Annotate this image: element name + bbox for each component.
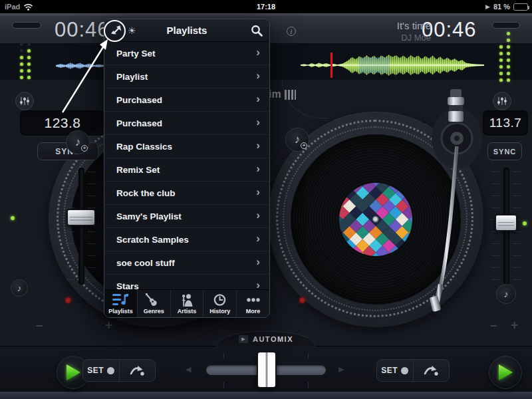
right-jump-cue-button[interactable]: [413, 360, 450, 381]
tab-genres[interactable]: Genres: [138, 290, 171, 317]
left-strobe-lamp: [65, 297, 71, 303]
music-note-icon: ♪: [295, 133, 301, 146]
right-pitch-bend-plus[interactable]: +: [511, 321, 518, 330]
algoriddim-logo: im: [269, 88, 296, 100]
left-pitch-bend-minus[interactable]: –: [36, 321, 43, 330]
playlist-row[interactable]: Playlist›: [104, 65, 269, 88]
right-pitch-fader[interactable]: [495, 214, 517, 231]
crossfader-left-arrow-icon: ◀: [186, 365, 191, 374]
playlist-name: Rock the club: [116, 188, 256, 198]
chevron-right-icon: ›: [256, 116, 260, 129]
left-pitch-slider[interactable]: [78, 168, 84, 285]
plus-badge-icon: +: [301, 142, 307, 149]
chevron-right-icon: ›: [256, 255, 260, 269]
chevron-right-icon: ›: [256, 186, 260, 199]
search-icon[interactable]: [251, 25, 263, 37]
right-load-track-button[interactable]: ♪ +: [285, 128, 309, 152]
chevron-right-icon: ›: [256, 162, 260, 176]
crossfader-tick: [223, 353, 224, 359]
left-jump-cue-button[interactable]: [119, 360, 156, 381]
right-vu-meter: [499, 32, 510, 82]
tonearm: [409, 85, 509, 325]
annotation-arrow: [53, 33, 120, 120]
left-keylock-button[interactable]: ♪: [11, 279, 28, 297]
playlist-row[interactable]: Rap Classics›: [104, 135, 269, 158]
left-cue-group: SET: [82, 359, 156, 382]
playlist-name: soe cool stuff: [116, 258, 256, 268]
playlist-row[interactable]: Samy's Playlist›: [104, 205, 269, 228]
status-bar: iPad 17:18 ▶ 81 %: [0, 0, 532, 13]
left-eq-button[interactable]: [15, 92, 34, 110]
info-icon[interactable]: i: [287, 27, 296, 36]
tab-label: More: [246, 308, 261, 315]
right-play-button[interactable]: [489, 356, 522, 389]
right-pitch-led: [523, 221, 527, 225]
play-triangle-icon: [497, 362, 514, 382]
cue-dot-icon: [401, 367, 408, 374]
library-browser-popup: ☀ Playlists Party Set› Playlist› Purchas…: [104, 19, 270, 318]
tab-label: Artists: [178, 308, 197, 315]
clock: 17:18: [0, 3, 532, 11]
guitar-icon: [146, 293, 162, 307]
set-label: SET: [87, 366, 104, 375]
chevron-right-icon: ›: [256, 69, 260, 82]
play-indicator-icon: ▶: [485, 3, 490, 10]
chevron-right-icon: ›: [256, 92, 260, 106]
playlist-row[interactable]: Purchased›: [104, 112, 269, 135]
play-triangle-icon: [65, 362, 82, 382]
left-pitch-fader[interactable]: [66, 209, 96, 226]
tab-label: History: [209, 308, 230, 315]
left-load-track-button[interactable]: ♪ +: [66, 130, 90, 154]
playlist-row[interactable]: Purchased›: [104, 88, 269, 112]
tab-playlists[interactable]: Playlists: [104, 290, 138, 317]
ellipsis-icon: [245, 293, 261, 307]
left-pitch-led: [11, 216, 15, 220]
logo-grid-icon: [285, 90, 296, 100]
playlist-row[interactable]: Party Set›: [104, 42, 269, 65]
right-set-cue-button[interactable]: SET: [377, 360, 413, 381]
crossfader-right-arrow-icon: ▶: [338, 365, 344, 374]
battery-icon: [513, 3, 528, 11]
automix-play-icon: ▶: [239, 335, 248, 343]
playlist-name: Playlist: [116, 72, 256, 82]
crossfader-handle[interactable]: [257, 351, 277, 388]
playlist-row[interactable]: Remix Set›: [104, 158, 269, 182]
left-pitch-bend-plus[interactable]: +: [105, 321, 112, 330]
cue-dot-icon: [107, 367, 114, 374]
set-label: SET: [381, 366, 398, 375]
chevron-right-icon: ›: [256, 139, 260, 152]
brightness-icon[interactable]: ☀: [128, 25, 136, 36]
logo-text: im: [269, 88, 281, 100]
music-note-icon: ♪: [17, 283, 22, 293]
chevron-right-icon: ›: [256, 279, 260, 289]
chevron-right-icon: ›: [256, 46, 260, 59]
spindle: [372, 216, 378, 222]
playlist-row[interactable]: Rock the club›: [104, 182, 269, 205]
browser-header: ☀ Playlists: [104, 19, 269, 42]
playlist-name: Samy's Playlist: [116, 211, 256, 221]
playlist-name: Scratch Samples: [116, 235, 256, 245]
tab-label: Playlists: [108, 308, 133, 315]
jump-arrow-icon: [422, 364, 440, 377]
chevron-right-icon: ›: [256, 209, 260, 222]
track-artist: DJ Moe: [313, 33, 431, 43]
footer-strip: [0, 391, 532, 399]
crossfader-tick: [308, 382, 309, 388]
crossfader-tick: [308, 353, 309, 359]
playlist-name: Purchased: [116, 95, 256, 105]
music-note-icon: ♪: [75, 136, 81, 149]
clock-icon: [213, 293, 227, 307]
playhead-marker: [331, 53, 332, 78]
playlist-name: Purchased: [116, 118, 256, 128]
tab-more[interactable]: More: [237, 290, 269, 317]
playlist-name: Party Set: [116, 49, 256, 59]
right-cue-group: SET: [376, 359, 450, 382]
chevron-right-icon: ›: [256, 232, 260, 245]
playlist-row[interactable]: Scratch Samples›: [104, 228, 269, 251]
playlist-row[interactable]: soe cool stuff›: [104, 251, 269, 275]
tab-artists[interactable]: Artists: [171, 290, 204, 317]
left-set-cue-button[interactable]: SET: [83, 360, 119, 381]
tab-history[interactable]: History: [203, 290, 237, 317]
right-eject-slot: [492, 22, 520, 29]
playlist-row[interactable]: Stars›: [104, 275, 269, 289]
